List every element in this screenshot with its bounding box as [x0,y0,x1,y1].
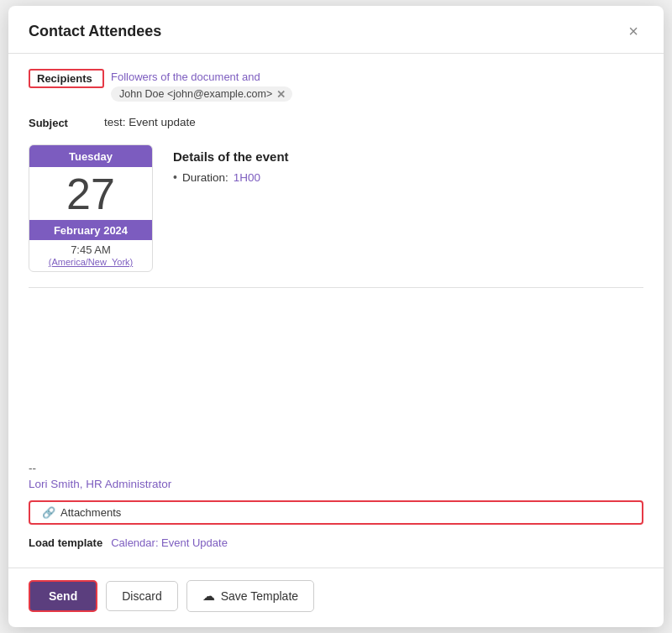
attachments-label: Attachments [60,506,121,519]
save-cloud-icon: ☁ [202,589,215,604]
attachments-button[interactable]: 🔗 Attachments [29,500,643,525]
calendar-day-name: Tuesday [29,145,152,167]
close-button[interactable]: × [623,21,643,41]
load-template-value[interactable]: Calendar: Event Update [111,536,228,549]
email-body-area [29,300,643,462]
dialog-body: Recipients Followers of the document and… [8,54,664,568]
divider [29,287,643,288]
recipients-content: Followers of the document and John Doe <… [111,69,643,102]
calendar-day-number: 27 [29,167,152,220]
dialog-footer: Send Discard ☁ Save Template [8,568,664,627]
duration-item: • Duration: 1H00 [173,170,643,184]
recipient-tag-text: John Doe <john@example.com> [119,88,272,100]
subject-value: test: Event update [104,113,196,128]
event-section: Tuesday 27 February 2024 7:45 AM (Americ… [29,144,643,272]
remove-recipient-button[interactable]: ✕ [276,89,286,100]
duration-label: Duration: [182,171,228,184]
signature-name: Lori Smith, HR Administrator [29,478,643,490]
save-template-label: Save Template [221,589,298,603]
load-template-row: Load template Calendar: Event Update [29,536,643,549]
recipients-label: Recipients [29,69,104,88]
bullet-icon: • [173,170,177,184]
subject-label: Subject [29,113,104,129]
load-template-label: Load template [29,536,102,549]
followers-text: Followers of the document and [111,69,643,83]
save-template-button[interactable]: ☁ Save Template [186,580,314,612]
dialog-header: Contact Attendees × [8,6,664,54]
recipient-tag: John Doe <john@example.com> ✕ [111,86,292,102]
calendar-month-year: February 2024 [29,220,152,240]
duration-value: 1H00 [234,171,260,184]
recipients-row: Recipients Followers of the document and… [29,69,643,102]
discard-button[interactable]: Discard [106,581,177,611]
signature-separator: -- [29,462,643,474]
event-details-title: Details of the event [173,149,643,164]
calendar-time: 7:45 AM [29,240,152,257]
dialog-title: Contact Attendees [29,23,161,40]
send-button[interactable]: Send [29,580,97,612]
event-details: Details of the event • Duration: 1H00 [173,144,643,272]
attachment-icon: 🔗 [42,506,55,519]
subject-row: Subject test: Event update [29,113,643,129]
calendar-widget: Tuesday 27 February 2024 7:45 AM (Americ… [29,144,153,272]
contact-attendees-dialog: Contact Attendees × Recipients Followers… [8,6,664,627]
calendar-timezone: (America/New_York) [29,257,152,271]
